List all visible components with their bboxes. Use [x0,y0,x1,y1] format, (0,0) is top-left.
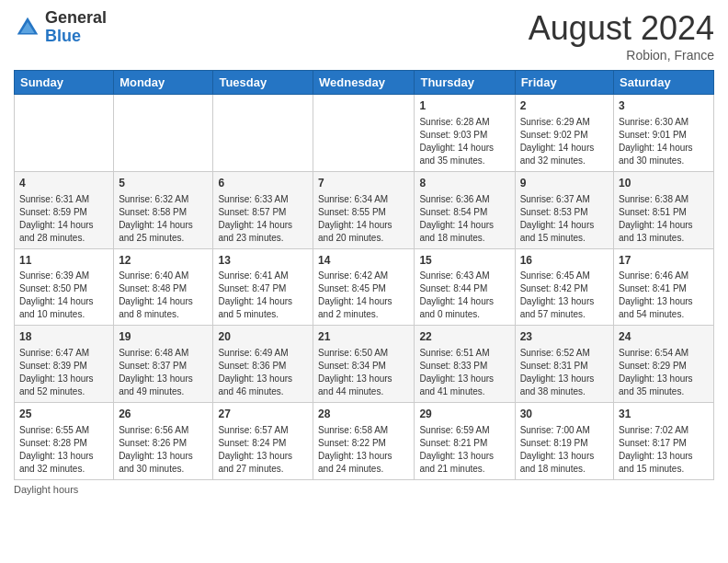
header: General Blue August 2024 Robion, France [14,9,714,63]
day-cell: 19Sunrise: 6:48 AM Sunset: 8:37 PM Dayli… [114,326,213,403]
day-number: 1 [419,98,509,114]
day-info: Sunrise: 7:02 AM Sunset: 8:17 PM Dayligh… [619,424,709,476]
col-header-wednesday: Wednesday [313,71,415,95]
footer: Daylight hours [14,484,714,495]
day-cell [213,95,313,172]
col-header-friday: Friday [515,71,613,95]
day-cell: 23Sunrise: 6:52 AM Sunset: 8:31 PM Dayli… [515,326,613,403]
day-cell: 29Sunrise: 6:59 AM Sunset: 8:21 PM Dayli… [415,403,515,480]
day-number: 29 [419,407,509,422]
day-info: Sunrise: 6:48 AM Sunset: 8:37 PM Dayligh… [119,347,208,398]
day-info: Sunrise: 6:37 AM Sunset: 8:53 PM Dayligh… [520,193,609,245]
day-number: 18 [19,329,108,345]
day-number: 4 [19,176,108,191]
col-header-thursday: Thursday [415,71,515,95]
page: General Blue August 2024 Robion, France … [0,0,728,563]
day-info: Sunrise: 6:54 AM Sunset: 8:29 PM Dayligh… [619,347,709,398]
location: Robion, France [529,48,714,63]
title-block: August 2024 Robion, France [529,9,714,63]
col-header-saturday: Saturday [614,71,714,95]
day-info: Sunrise: 6:29 AM Sunset: 9:02 PM Dayligh… [520,116,609,167]
day-cell: 10Sunrise: 6:38 AM Sunset: 8:51 PM Dayli… [614,171,714,248]
day-cell [114,95,213,172]
day-cell: 31Sunrise: 7:02 AM Sunset: 8:17 PM Dayli… [614,403,714,480]
day-number: 5 [119,176,208,191]
day-cell: 4Sunrise: 6:31 AM Sunset: 8:59 PM Daylig… [15,171,114,248]
day-number: 17 [619,253,709,269]
day-cell: 7Sunrise: 6:34 AM Sunset: 8:55 PM Daylig… [313,171,415,248]
day-cell: 30Sunrise: 7:00 AM Sunset: 8:19 PM Dayli… [515,403,613,480]
day-info: Sunrise: 6:50 AM Sunset: 8:34 PM Dayligh… [318,347,409,398]
day-cell: 11Sunrise: 6:39 AM Sunset: 8:50 PM Dayli… [15,248,114,326]
day-cell: 27Sunrise: 6:57 AM Sunset: 8:24 PM Dayli… [213,403,313,480]
week-row-5: 25Sunrise: 6:55 AM Sunset: 8:28 PM Dayli… [15,403,714,480]
day-number: 25 [19,407,108,422]
day-cell: 5Sunrise: 6:32 AM Sunset: 8:58 PM Daylig… [114,171,213,248]
day-number: 31 [619,407,709,422]
day-cell: 2Sunrise: 6:29 AM Sunset: 9:02 PM Daylig… [515,95,613,172]
day-cell: 14Sunrise: 6:42 AM Sunset: 8:45 PM Dayli… [313,248,415,326]
day-info: Sunrise: 6:41 AM Sunset: 8:47 PM Dayligh… [218,270,308,321]
day-number: 24 [619,329,709,345]
week-row-3: 11Sunrise: 6:39 AM Sunset: 8:50 PM Dayli… [15,248,714,326]
day-info: Sunrise: 6:45 AM Sunset: 8:42 PM Dayligh… [520,270,609,321]
day-info: Sunrise: 6:28 AM Sunset: 9:03 PM Dayligh… [419,116,509,167]
day-info: Sunrise: 6:42 AM Sunset: 8:45 PM Dayligh… [318,270,409,321]
day-number: 3 [619,98,709,114]
day-info: Sunrise: 6:39 AM Sunset: 8:50 PM Dayligh… [19,270,108,321]
day-cell: 17Sunrise: 6:46 AM Sunset: 8:41 PM Dayli… [614,248,714,326]
day-cell: 20Sunrise: 6:49 AM Sunset: 8:36 PM Dayli… [213,326,313,403]
day-number: 2 [520,98,609,114]
day-cell: 15Sunrise: 6:43 AM Sunset: 8:44 PM Dayli… [415,248,515,326]
day-cell: 6Sunrise: 6:33 AM Sunset: 8:57 PM Daylig… [213,171,313,248]
day-info: Sunrise: 7:00 AM Sunset: 8:19 PM Dayligh… [520,424,609,476]
day-number: 13 [218,253,308,269]
day-number: 14 [318,253,409,269]
day-info: Sunrise: 6:56 AM Sunset: 8:26 PM Dayligh… [119,424,208,476]
day-info: Sunrise: 6:52 AM Sunset: 8:31 PM Dayligh… [520,347,609,398]
col-header-tuesday: Tuesday [213,71,313,95]
day-cell: 28Sunrise: 6:58 AM Sunset: 8:22 PM Dayli… [313,403,415,480]
day-info: Sunrise: 6:32 AM Sunset: 8:58 PM Dayligh… [119,193,208,245]
week-row-4: 18Sunrise: 6:47 AM Sunset: 8:39 PM Dayli… [15,326,714,403]
day-info: Sunrise: 6:38 AM Sunset: 8:51 PM Dayligh… [619,193,709,245]
day-number: 7 [318,176,409,191]
day-info: Sunrise: 6:49 AM Sunset: 8:36 PM Dayligh… [218,347,308,398]
day-info: Sunrise: 6:30 AM Sunset: 9:01 PM Dayligh… [619,116,709,167]
day-info: Sunrise: 6:58 AM Sunset: 8:22 PM Dayligh… [318,424,409,476]
day-info: Sunrise: 6:51 AM Sunset: 8:33 PM Dayligh… [419,347,509,398]
day-cell: 9Sunrise: 6:37 AM Sunset: 8:53 PM Daylig… [515,171,613,248]
month-year: August 2024 [529,9,714,48]
day-number: 22 [419,329,509,345]
day-info: Sunrise: 6:43 AM Sunset: 8:44 PM Dayligh… [419,270,509,321]
day-number: 9 [520,176,609,191]
day-number: 20 [218,329,308,345]
day-info: Sunrise: 6:40 AM Sunset: 8:48 PM Dayligh… [119,270,208,321]
day-cell [313,95,415,172]
logo-general-text: General [45,8,107,27]
col-header-sunday: Sunday [15,71,114,95]
day-info: Sunrise: 6:34 AM Sunset: 8:55 PM Dayligh… [318,193,409,245]
day-number: 26 [119,407,208,422]
day-number: 21 [318,329,409,345]
day-cell: 3Sunrise: 6:30 AM Sunset: 9:01 PM Daylig… [614,95,714,172]
day-info: Sunrise: 6:57 AM Sunset: 8:24 PM Dayligh… [218,424,308,476]
day-number: 8 [419,176,509,191]
col-header-monday: Monday [114,71,213,95]
day-info: Sunrise: 6:31 AM Sunset: 8:59 PM Dayligh… [19,193,108,245]
day-cell: 8Sunrise: 6:36 AM Sunset: 8:54 PM Daylig… [415,171,515,248]
calendar-header-row: SundayMondayTuesdayWednesdayThursdayFrid… [15,71,714,95]
day-number: 23 [520,329,609,345]
day-info: Sunrise: 6:59 AM Sunset: 8:21 PM Dayligh… [419,424,509,476]
day-cell: 25Sunrise: 6:55 AM Sunset: 8:28 PM Dayli… [15,403,114,480]
day-number: 15 [419,253,509,269]
week-row-1: 1Sunrise: 6:28 AM Sunset: 9:03 PM Daylig… [15,95,714,172]
day-info: Sunrise: 6:46 AM Sunset: 8:41 PM Dayligh… [619,270,709,321]
day-info: Sunrise: 6:47 AM Sunset: 8:39 PM Dayligh… [19,347,108,398]
day-number: 12 [119,253,208,269]
day-number: 27 [218,407,308,422]
day-cell: 13Sunrise: 6:41 AM Sunset: 8:47 PM Dayli… [213,248,313,326]
day-cell: 24Sunrise: 6:54 AM Sunset: 8:29 PM Dayli… [614,326,714,403]
day-cell: 18Sunrise: 6:47 AM Sunset: 8:39 PM Dayli… [15,326,114,403]
logo-text: General Blue [45,9,107,46]
